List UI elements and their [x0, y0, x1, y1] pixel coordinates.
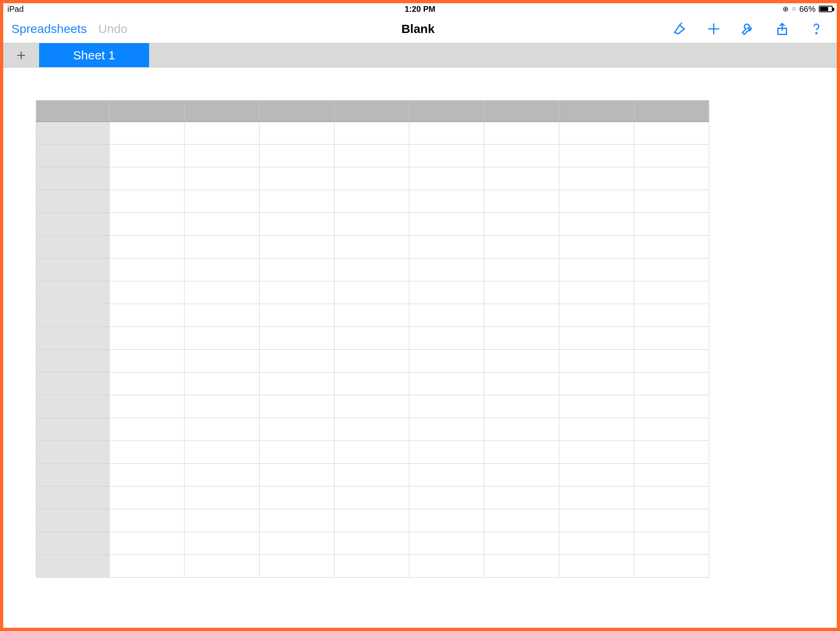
cell[interactable] — [634, 167, 709, 190]
cell[interactable] — [409, 236, 484, 259]
cell[interactable] — [334, 509, 409, 532]
cell[interactable] — [484, 281, 559, 304]
cell[interactable] — [409, 167, 484, 190]
cell[interactable] — [185, 259, 259, 281]
cell[interactable] — [559, 145, 634, 167]
cell[interactable] — [259, 304, 334, 327]
cell[interactable] — [259, 464, 334, 486]
cell[interactable] — [334, 372, 409, 395]
cell[interactable] — [334, 555, 409, 578]
cell[interactable] — [559, 281, 634, 304]
cell[interactable] — [559, 304, 634, 327]
cell[interactable] — [110, 532, 185, 555]
row-header[interactable] — [36, 441, 110, 464]
cell[interactable] — [334, 259, 409, 281]
cell[interactable] — [484, 509, 559, 532]
cell[interactable] — [559, 213, 634, 236]
column-header[interactable] — [259, 101, 334, 122]
cell[interactable] — [259, 122, 334, 145]
cell[interactable] — [259, 509, 334, 532]
cell[interactable] — [334, 236, 409, 259]
cell[interactable] — [559, 122, 634, 145]
row-header[interactable] — [36, 486, 110, 509]
cell[interactable] — [409, 190, 484, 213]
cell[interactable] — [110, 464, 185, 486]
cell[interactable] — [409, 464, 484, 486]
cell[interactable] — [409, 486, 484, 509]
cell[interactable] — [259, 350, 334, 372]
cell[interactable] — [559, 372, 634, 395]
cell[interactable] — [484, 350, 559, 372]
spreadsheet-grid[interactable] — [36, 100, 709, 578]
column-header[interactable] — [559, 101, 634, 122]
cell[interactable] — [559, 350, 634, 372]
cell[interactable] — [634, 350, 709, 372]
cell[interactable] — [185, 418, 259, 441]
row-header[interactable] — [36, 145, 110, 167]
cell[interactable] — [409, 372, 484, 395]
cell[interactable] — [334, 418, 409, 441]
row-header[interactable] — [36, 304, 110, 327]
cell[interactable] — [634, 281, 709, 304]
cell[interactable] — [185, 395, 259, 418]
row-header[interactable] — [36, 167, 110, 190]
cell[interactable] — [484, 532, 559, 555]
cell[interactable] — [334, 327, 409, 350]
cell[interactable] — [259, 213, 334, 236]
format-brush-icon[interactable] — [671, 21, 688, 37]
cell[interactable] — [634, 236, 709, 259]
cell[interactable] — [259, 395, 334, 418]
cell[interactable] — [185, 190, 259, 213]
cell[interactable] — [110, 418, 185, 441]
cell[interactable] — [185, 350, 259, 372]
cell[interactable] — [409, 350, 484, 372]
cell[interactable] — [484, 327, 559, 350]
cell[interactable] — [185, 532, 259, 555]
cell[interactable] — [110, 145, 185, 167]
cell[interactable] — [409, 555, 484, 578]
cell[interactable] — [634, 259, 709, 281]
cell[interactable] — [559, 509, 634, 532]
cell[interactable] — [409, 259, 484, 281]
cell[interactable] — [334, 167, 409, 190]
cell[interactable] — [259, 532, 334, 555]
cell[interactable] — [634, 372, 709, 395]
cell[interactable] — [409, 509, 484, 532]
row-header[interactable] — [36, 213, 110, 236]
cell[interactable] — [334, 441, 409, 464]
cell[interactable] — [259, 259, 334, 281]
share-icon[interactable] — [774, 21, 790, 37]
cell[interactable] — [259, 418, 334, 441]
cell[interactable] — [484, 395, 559, 418]
cell[interactable] — [559, 167, 634, 190]
cell[interactable] — [334, 532, 409, 555]
cell[interactable] — [409, 281, 484, 304]
row-header[interactable] — [36, 190, 110, 213]
cell[interactable] — [259, 441, 334, 464]
row-header[interactable] — [36, 418, 110, 441]
cell[interactable] — [185, 509, 259, 532]
cell[interactable] — [110, 509, 185, 532]
cell[interactable] — [634, 464, 709, 486]
cell[interactable] — [185, 486, 259, 509]
cell[interactable] — [484, 145, 559, 167]
cell[interactable] — [634, 395, 709, 418]
row-header[interactable] — [36, 532, 110, 555]
cell[interactable] — [634, 327, 709, 350]
cell[interactable] — [559, 190, 634, 213]
cell[interactable] — [559, 327, 634, 350]
sheet-tab-active[interactable]: Sheet 1 — [39, 43, 149, 67]
cell[interactable] — [185, 236, 259, 259]
cell[interactable] — [334, 281, 409, 304]
cell[interactable] — [634, 418, 709, 441]
cell[interactable] — [409, 304, 484, 327]
cell[interactable] — [259, 555, 334, 578]
cell[interactable] — [110, 304, 185, 327]
cell[interactable] — [484, 555, 559, 578]
cell[interactable] — [634, 145, 709, 167]
cell[interactable] — [185, 372, 259, 395]
cell[interactable] — [110, 190, 185, 213]
column-header[interactable] — [185, 101, 259, 122]
cell[interactable] — [110, 350, 185, 372]
cell[interactable] — [334, 464, 409, 486]
